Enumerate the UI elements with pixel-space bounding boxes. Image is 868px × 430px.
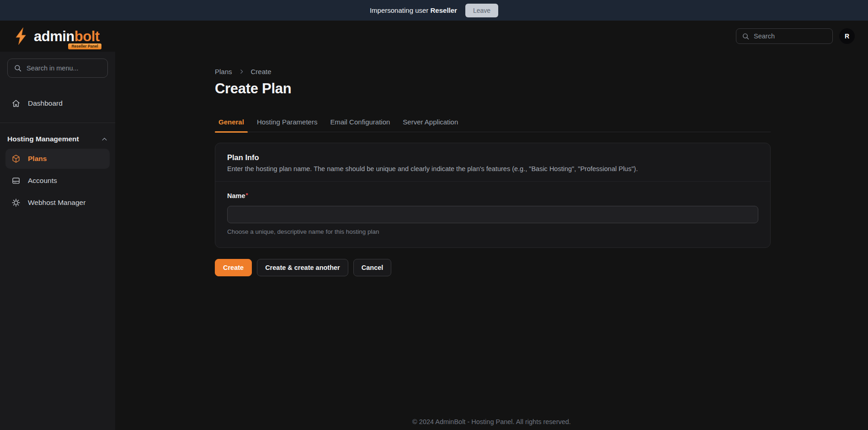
logo-word-admin: admin	[34, 28, 75, 44]
lightning-bolt-icon	[14, 27, 29, 45]
sidebar-item-webhost-manager[interactable]: Webhost Manager	[5, 193, 110, 213]
search-icon	[742, 32, 750, 40]
required-asterisk: *	[246, 192, 248, 199]
user-avatar[interactable]: R	[839, 28, 855, 44]
avatar-initial: R	[845, 32, 849, 40]
create-button[interactable]: Create	[215, 259, 252, 276]
sidebar-item-label: Dashboard	[28, 99, 104, 108]
sidebar-item-label: Webhost Manager	[28, 199, 104, 207]
sidebar-divider	[0, 123, 115, 123]
plan-info-card: Plan Info Enter the hosting plan name. T…	[215, 143, 771, 248]
reseller-panel-badge: Reseller Panel	[68, 43, 101, 49]
impersonation-label: Impersonating user	[370, 6, 428, 14]
sidebar-item-label: Plans	[28, 155, 104, 163]
sidebar-item-accounts[interactable]: Accounts	[5, 171, 110, 191]
card-description: Enter the hosting plan name. The name sh…	[227, 165, 758, 172]
name-field-helper: Choose a unique, descriptive name for th…	[227, 228, 758, 235]
plan-name-input[interactable]	[227, 206, 758, 223]
tab-email-configuration[interactable]: Email Configuration	[326, 118, 394, 132]
impersonated-user-name: Reseller	[431, 6, 457, 14]
top-header: adminbolt Reseller Panel R	[0, 21, 868, 52]
logo-text: adminbolt Reseller Panel	[34, 29, 100, 43]
impersonation-text: Impersonating user Reseller	[370, 6, 457, 14]
tab-general[interactable]: General	[215, 118, 248, 132]
menu-search-input[interactable]	[27, 64, 101, 72]
menu-search[interactable]	[7, 59, 108, 78]
sidebar-nav: Dashboard Hosting Management Plans	[0, 93, 115, 213]
sidebar-section-hosting-management[interactable]: Hosting Management	[7, 135, 108, 143]
tab-bar: General Hosting Parameters Email Configu…	[215, 118, 771, 132]
cube-icon	[11, 154, 21, 163]
page-title: Create Plan	[215, 81, 771, 97]
card-body: Name* Choose a unique, descriptive name …	[215, 182, 770, 247]
gear-icon	[11, 198, 21, 207]
header-right: R	[736, 28, 855, 44]
global-search[interactable]	[736, 28, 833, 44]
sidebar-item-label: Accounts	[28, 177, 104, 185]
sidebar-item-plans[interactable]: Plans	[5, 149, 110, 169]
tab-server-application[interactable]: Server Application	[399, 118, 462, 132]
main-content: Plans Create Create Plan General Hosting…	[115, 52, 868, 430]
sidebar-item-dashboard[interactable]: Dashboard	[5, 93, 110, 113]
breadcrumb-create: Create	[251, 68, 272, 75]
card-title: Plan Info	[227, 153, 758, 162]
card-header: Plan Info Enter the hosting plan name. T…	[215, 143, 770, 181]
tab-hosting-parameters[interactable]: Hosting Parameters	[253, 118, 321, 132]
breadcrumb: Plans Create	[215, 68, 771, 75]
drive-icon	[11, 176, 21, 185]
create-and-create-another-button[interactable]: Create & create another	[257, 259, 348, 276]
chevron-right-icon	[239, 69, 245, 75]
cancel-button[interactable]: Cancel	[353, 259, 392, 276]
form-actions: Create Create & create another Cancel	[215, 259, 771, 276]
section-label: Hosting Management	[7, 135, 79, 143]
footer-copyright: © 2024 AdminBolt - Hosting Panel. All ri…	[115, 418, 868, 425]
adminbolt-logo[interactable]: adminbolt Reseller Panel	[14, 27, 100, 45]
impersonation-bar: Impersonating user Reseller Leave	[0, 0, 868, 21]
leave-impersonation-button[interactable]: Leave	[465, 4, 498, 17]
global-search-input[interactable]	[754, 32, 827, 40]
name-field-label: Name*	[227, 192, 248, 199]
chevron-up-icon	[101, 136, 108, 143]
breadcrumb-plans[interactable]: Plans	[215, 68, 232, 75]
sidebar: Dashboard Hosting Management Plans	[0, 52, 115, 430]
layout-row: Dashboard Hosting Management Plans	[0, 52, 868, 430]
search-icon	[14, 64, 22, 72]
logo-word-bolt: bolt	[75, 28, 100, 44]
home-icon	[11, 99, 21, 108]
